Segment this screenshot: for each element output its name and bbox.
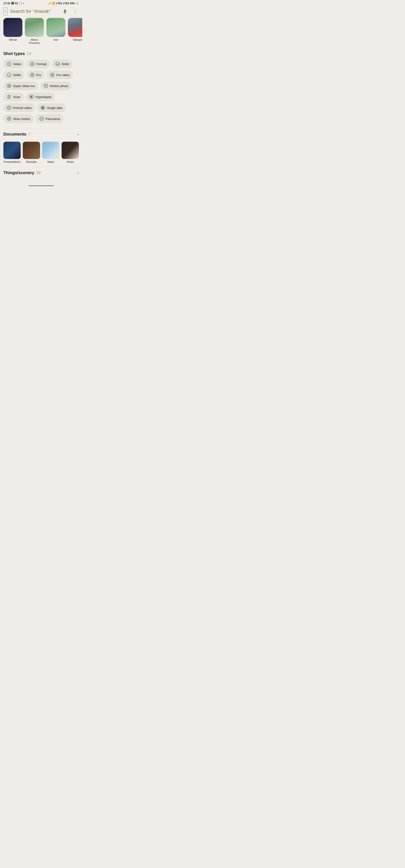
- svg-point-36: [9, 118, 10, 119]
- doc-label-notes: Notes: [67, 160, 74, 163]
- svg-point-5: [30, 62, 34, 66]
- things-scenery-title: Things/scenery 39: [3, 170, 41, 175]
- things-scenery-chevron[interactable]: ›: [78, 170, 79, 175]
- chip-slow-motion[interactable]: Slow motion: [3, 114, 34, 123]
- chip-label-slow-motion: Slow motion: [13, 117, 30, 121]
- chip-label-panorama: Panorama: [46, 117, 60, 121]
- chip-raw[interactable]: RAW RAW: [52, 59, 72, 68]
- svg-point-14: [32, 74, 33, 75]
- doc-thumb-notes: [62, 142, 79, 159]
- chip-portrait-video[interactable]: Portrait video: [3, 103, 35, 112]
- documents-grid: Presentations Receipts Maps Notes: [0, 142, 82, 167]
- sim-icon: 📋: [19, 2, 22, 5]
- photo-icon: 🖼: [11, 2, 14, 5]
- svg-marker-22: [46, 85, 47, 87]
- chip-label-motion-photo: Motion photo: [50, 84, 68, 88]
- battery-label: 53%: [70, 2, 75, 5]
- chip-label-single-take: Single take: [47, 106, 62, 110]
- doc-thumb-maps: [42, 142, 59, 159]
- chip-label-portrait: Portrait: [36, 62, 47, 66]
- doc-card-presentations[interactable]: Presentations: [3, 142, 21, 163]
- documents-chevron[interactable]: ›: [78, 132, 79, 136]
- lte2-icon: LTE2: [63, 2, 69, 5]
- dot-indicator: •: [23, 2, 24, 5]
- chip-hyperlapse[interactable]: Hyperlapse: [26, 92, 55, 101]
- svg-point-6: [32, 63, 33, 64]
- svg-marker-17: [52, 74, 53, 75]
- location-label-tehran: Tehran: [9, 38, 17, 41]
- chip-label-raw: RAW: [62, 62, 69, 66]
- location-card-tehran[interactable]: Tehran: [3, 18, 22, 44]
- wifi-icon: 📶: [52, 2, 55, 5]
- chip-scan[interactable]: Scan: [3, 92, 24, 101]
- motion-photo-icon: [44, 84, 48, 88]
- time-display: 17:31: [3, 2, 10, 5]
- chip-label-scan: Scan: [13, 95, 20, 99]
- svg-point-10: [8, 74, 9, 75]
- doc-card-receipts[interactable]: Receipts: [23, 142, 40, 163]
- doc-label-maps: Maps: [48, 160, 54, 163]
- shot-types-section: Shot types 14 Video Portrait RAW RAW: [0, 48, 82, 128]
- scan-icon: [7, 94, 11, 99]
- svg-text:RAW: RAW: [56, 63, 59, 65]
- documents-header: Documents 7 ›: [3, 132, 79, 136]
- chip-portrait[interactable]: Portrait: [27, 59, 50, 68]
- doc-thumb-receipts: [23, 142, 40, 159]
- chip-label-portrait-video: Portrait video: [13, 106, 32, 110]
- chip-panorama[interactable]: Panorama: [36, 114, 63, 123]
- key-icon: 🔑: [48, 2, 51, 5]
- back-button[interactable]: ‹: [3, 7, 7, 16]
- selfie-icon: [7, 72, 11, 77]
- chip-super-slowmo[interactable]: Super Slow-mo: [3, 82, 38, 90]
- documents-count: 7: [28, 132, 30, 136]
- things-scenery-count: 39: [36, 170, 41, 175]
- chip-label-pro-video: Pro video: [56, 73, 69, 77]
- doc-card-maps[interactable]: Maps: [42, 142, 59, 163]
- svg-point-0: [64, 9, 66, 12]
- svg-point-20: [9, 85, 10, 87]
- notification-count: 53: [15, 2, 18, 5]
- shot-types-title: Shot types 14: [3, 51, 79, 56]
- things-scenery-label: Things/scenery: [3, 170, 34, 175]
- chip-label-video: Video: [13, 62, 21, 66]
- status-left: 17:31 🖼 53 📋 •: [3, 2, 24, 5]
- search-title: Search for "Anarak": [10, 9, 59, 14]
- location-card-taleqan[interactable]: Taleqan: [68, 18, 82, 44]
- doc-thumb-presentations: [3, 142, 21, 159]
- chip-single-take[interactable]: Single take: [37, 103, 66, 112]
- chip-label-pro: Pro: [36, 73, 41, 77]
- chip-pro-video[interactable]: Pro video: [47, 70, 73, 79]
- location-thumb-taleqan: [68, 18, 82, 37]
- doc-label-receipts: Receipts: [26, 160, 37, 163]
- location-scroll: Tehran Alborz Province Iran Taleqan: [0, 18, 82, 48]
- doc-label-presentations: Presentations: [4, 160, 21, 163]
- play-icon: [7, 62, 11, 66]
- doc-card-notes[interactable]: Notes: [62, 142, 79, 163]
- super-slowmo-icon: [7, 84, 11, 88]
- mic-button[interactable]: [61, 8, 69, 15]
- pro-icon: [30, 72, 35, 77]
- more-button[interactable]: ⋮: [71, 8, 79, 15]
- documents-section: Documents 7 ›: [0, 128, 82, 142]
- portrait-video-icon: [7, 105, 11, 110]
- slow-motion-icon: [7, 116, 11, 121]
- documents-title: Documents 7: [3, 132, 30, 136]
- chip-video[interactable]: Video: [3, 59, 25, 68]
- search-header: ‹ Search for "Anarak" ⋮: [0, 6, 82, 18]
- shot-types-label: Shot types: [3, 51, 25, 56]
- location-card-alborz[interactable]: Alborz Province: [25, 18, 44, 44]
- chip-pro[interactable]: Pro: [27, 70, 45, 79]
- location-thumb-iran: [47, 18, 65, 37]
- location-label-alborz: Alborz Province: [25, 38, 44, 44]
- svg-point-33: [42, 107, 44, 108]
- location-label-iran: Iran: [54, 38, 58, 41]
- location-thumb-alborz: [25, 18, 44, 37]
- chip-selfie[interactable]: Selfie: [3, 70, 25, 79]
- chip-motion-photo[interactable]: Motion photo: [40, 82, 72, 90]
- hyperlapse-icon: [29, 94, 34, 99]
- raw-icon: RAW: [55, 62, 60, 66]
- panorama-icon: [39, 116, 44, 121]
- chip-label-selfie: Selfie: [13, 73, 21, 77]
- location-card-iran[interactable]: Iran: [47, 18, 65, 44]
- battery-icon: 🔋: [76, 2, 79, 5]
